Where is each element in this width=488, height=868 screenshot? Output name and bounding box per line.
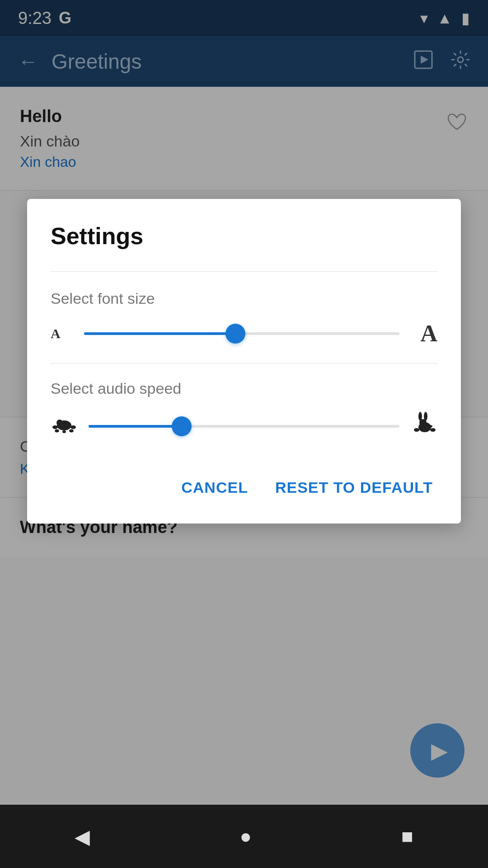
svg-point-6 (70, 425, 76, 429)
font-small-icon: A (51, 326, 73, 341)
turtle-icon (51, 410, 78, 443)
svg-point-5 (52, 425, 58, 429)
dialog-actions: CANCEL RESET TO DEFAULT (51, 461, 437, 505)
dialog-divider-top (51, 271, 437, 272)
slider-thumb-speed[interactable] (172, 416, 192, 436)
cancel-button[interactable]: CANCEL (177, 470, 253, 505)
nav-bar: ◀ ● ■ (0, 805, 488, 868)
svg-point-16 (428, 425, 432, 428)
nav-recents-button[interactable]: ■ (401, 825, 413, 848)
svg-point-9 (62, 430, 66, 433)
section-divider (51, 363, 437, 363)
audio-speed-slider[interactable] (89, 417, 399, 435)
svg-point-14 (414, 428, 419, 432)
audio-speed-label: Select audio speed (51, 380, 437, 397)
settings-dialog: Settings Select font size A A Select aud… (27, 199, 461, 524)
slider-thumb-font[interactable] (225, 324, 245, 344)
slider-track-font (84, 332, 399, 335)
svg-point-7 (55, 429, 59, 433)
svg-point-15 (430, 428, 436, 432)
rabbit-icon (410, 410, 437, 443)
nav-home-button[interactable]: ● (239, 825, 252, 848)
dialog-title: Settings (51, 222, 437, 250)
audio-speed-slider-row (51, 410, 437, 443)
font-size-slider-row: A A (51, 320, 437, 347)
slider-fill-speed (89, 425, 182, 428)
font-large-icon: A (410, 320, 437, 347)
nav-back-button[interactable]: ◀ (75, 825, 90, 848)
svg-point-8 (69, 429, 74, 433)
svg-point-4 (56, 420, 63, 426)
slider-track-speed (89, 425, 399, 428)
svg-point-12 (418, 412, 422, 421)
svg-point-13 (424, 412, 427, 421)
reset-button[interactable]: RESET TO DEFAULT (271, 470, 437, 505)
slider-fill-font (84, 332, 235, 335)
font-size-slider[interactable] (84, 325, 399, 343)
font-size-label: Select font size (51, 290, 437, 307)
